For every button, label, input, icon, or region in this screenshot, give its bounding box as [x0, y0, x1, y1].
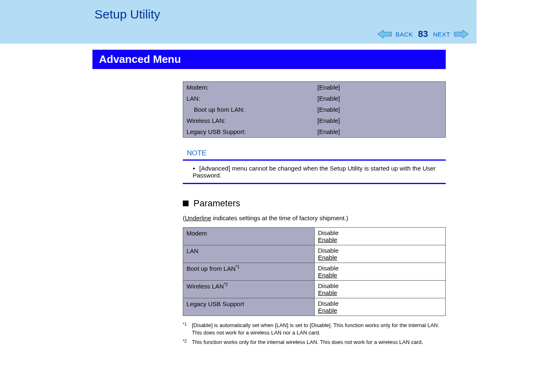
settings-table: Modem:[Enable] LAN:[Enable] Boot up from… [183, 81, 446, 138]
square-bullet-icon [183, 201, 189, 206]
setting-label: Boot up from LAN: [183, 104, 314, 115]
param-values: DisableEnable [315, 263, 446, 281]
back-arrow-icon[interactable] [378, 30, 392, 39]
note-text: [Advanced] menu cannot be changed when t… [193, 165, 442, 179]
footnote-text: This function works only for the interna… [192, 339, 423, 346]
footnote-mark: *1 [183, 322, 189, 336]
setting-label: Wireless LAN: [183, 115, 314, 126]
section-title: Advanced Menu [92, 50, 446, 69]
table-row: Wireless LAN:[Enable] [183, 115, 446, 126]
setting-value: [Enable] [314, 104, 446, 115]
setting-value: [Enable] [314, 93, 446, 104]
footnote-mark: *2 [183, 339, 189, 346]
param-name: Boot up from LAN*1 [183, 263, 315, 281]
setting-label: Legacy USB Support: [183, 126, 314, 138]
table-row: Modem:[Enable] [183, 82, 446, 93]
table-row: LAN DisableEnable [183, 245, 446, 263]
table-row: Modem DisableEnable [183, 228, 446, 245]
back-link[interactable]: BACK [396, 31, 413, 38]
setting-label: LAN: [183, 93, 314, 104]
table-row: Boot up from LAN*1 DisableEnable [183, 263, 446, 281]
param-name: LAN [183, 245, 315, 263]
param-name: Legacy USB Support [183, 298, 315, 316]
setting-value: [Enable] [314, 126, 446, 138]
nav-row: BACK 83 NEXT [0, 21, 477, 44]
footnotes: *1 [Disable] is automatically set when [… [183, 322, 446, 346]
note-label: NOTE [187, 149, 446, 157]
param-values: DisableEnable [315, 298, 446, 316]
parameters-table: Modem DisableEnable LAN DisableEnable Bo… [183, 227, 446, 316]
param-values: DisableEnable [315, 281, 446, 298]
note-box: [Advanced] menu cannot be changed when t… [183, 159, 446, 184]
table-row: Legacy USB Support:[Enable] [183, 126, 446, 138]
footnote: *1 [Disable] is automatically set when [… [183, 322, 446, 336]
setting-value: [Enable] [314, 82, 446, 93]
svg-marker-1 [454, 30, 468, 38]
footnote-text: [Disable] is automatically set when [LAN… [192, 322, 446, 336]
param-name: Wireless LAN*2 [183, 281, 315, 298]
setting-value: [Enable] [314, 115, 446, 126]
header-band: Setup Utility BACK 83 NEXT [0, 0, 477, 44]
factory-note: (Underline indicates settings at the tim… [183, 214, 446, 221]
table-row: Legacy USB Support DisableEnable [183, 298, 446, 316]
table-row: Wireless LAN*2 DisableEnable [183, 281, 446, 298]
page-number: 83 [418, 29, 428, 39]
setting-label: Modem: [183, 82, 314, 93]
parameters-heading: Parameters [193, 198, 240, 209]
content-area: Modem:[Enable] LAN:[Enable] Boot up from… [183, 69, 446, 346]
next-link[interactable]: NEXT [433, 31, 450, 38]
next-arrow-icon[interactable] [454, 30, 468, 39]
svg-marker-0 [378, 30, 391, 38]
table-row: Boot up from LAN:[Enable] [183, 104, 446, 115]
page-title: Setup Utility [0, 7, 477, 21]
param-name: Modem [183, 228, 315, 245]
footnote: *2 This function works only for the inte… [183, 339, 446, 346]
table-row: LAN:[Enable] [183, 93, 446, 104]
parameters-heading-row: Parameters [183, 198, 446, 209]
param-values: DisableEnable [315, 245, 446, 263]
param-values: DisableEnable [315, 228, 446, 245]
